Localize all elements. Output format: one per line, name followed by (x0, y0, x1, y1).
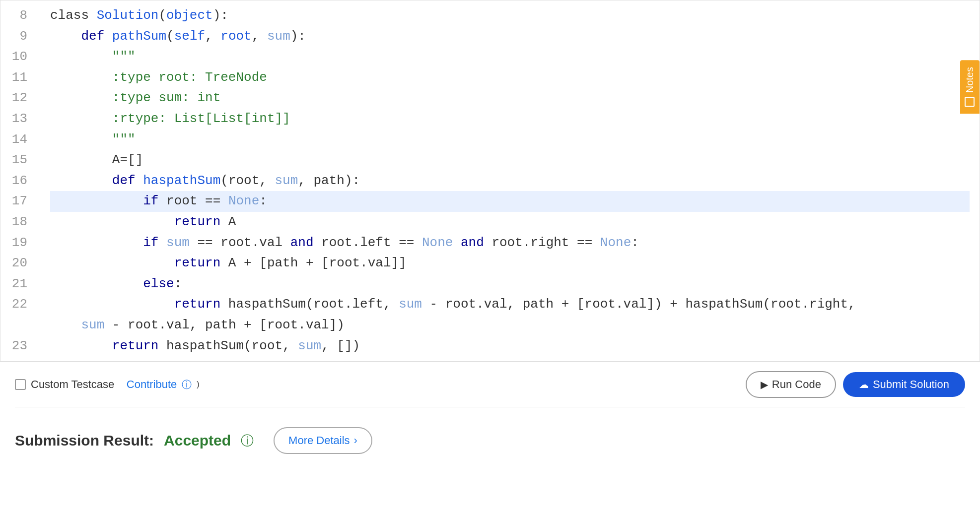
run-code-button[interactable]: ▶ Run Code (746, 371, 836, 398)
code-line: return A + [path + [root.val]] (50, 253, 970, 274)
custom-testcase-checkbox[interactable] (15, 379, 26, 390)
code-line: if root == None: (50, 191, 970, 212)
code-line: return haspathSum(root, sum, []) (50, 336, 970, 357)
code-area: 8910111213141516171819202122 23 class So… (0, 0, 980, 361)
line-number: 12 (10, 88, 27, 109)
line-number: 10 (10, 47, 27, 67)
code-line: A=[] (50, 150, 970, 171)
bottom-bar: Custom Testcase Contribute ⓘ ) ▶ Run Cod… (0, 362, 980, 407)
code-line: def haspathSum(root, sum, path): (50, 171, 970, 192)
line-number (10, 315, 27, 336)
line-number: 16 (10, 171, 27, 192)
line-number: 17 (10, 191, 27, 212)
code-line: sum - root.val, path + [root.val]) (50, 315, 970, 336)
notes-icon (965, 97, 975, 107)
notes-tab[interactable]: Notes (960, 60, 980, 114)
line-number: 19 (10, 233, 27, 254)
code-line: else: (50, 274, 970, 295)
line-number: 22 (10, 294, 27, 315)
paren-open (119, 380, 121, 389)
line-number: 8 (10, 5, 27, 26)
line-number: 14 (10, 129, 27, 150)
code-line: def pathSum(self, root, sum): (50, 26, 970, 47)
notes-label: Notes (964, 67, 976, 93)
custom-testcase-row: Custom Testcase Contribute ⓘ ) (15, 378, 200, 391)
action-buttons: ▶ Run Code ☁ Submit Solution (746, 371, 965, 398)
chevron-right-icon: › (354, 434, 357, 447)
code-line: if sum == root.val and root.left == None… (50, 233, 970, 254)
line-number: 20 (10, 253, 27, 274)
line-numbers: 8910111213141516171819202122 23 (0, 0, 35, 361)
line-number: 13 (10, 109, 27, 129)
submission-result: Submission Result: Accepted ⓘ More Detai… (0, 407, 980, 474)
line-number: 11 (10, 67, 27, 88)
code-lines: class Solution(object): def pathSum(self… (35, 0, 980, 361)
accepted-status: Accepted (164, 432, 231, 449)
more-details-label: More Details (288, 434, 350, 447)
submit-button[interactable]: ☁ Submit Solution (843, 372, 965, 397)
more-details-button[interactable]: More Details › (274, 427, 372, 454)
play-icon: ▶ (761, 379, 768, 390)
paren-close: ) (197, 380, 199, 389)
code-line: class Solution(object): (50, 5, 970, 26)
submission-result-label: Submission Result: (15, 432, 154, 449)
line-number: 21 (10, 274, 27, 295)
contribute-info-icon[interactable]: ⓘ (182, 378, 192, 391)
line-number: 15 (10, 150, 27, 171)
code-line: """ (50, 129, 970, 150)
contribute-link[interactable]: Contribute (127, 378, 177, 391)
code-line: return A (50, 212, 970, 233)
code-line: :type root: TreeNode (50, 67, 970, 88)
code-editor: 8910111213141516171819202122 23 class So… (0, 0, 980, 362)
code-line: :type sum: int (50, 88, 970, 109)
code-line: :rtype: List[List[int]] (50, 109, 970, 129)
code-line: return haspathSum(root.left, sum - root.… (50, 294, 970, 315)
code-line: """ (50, 47, 970, 67)
cloud-icon: ☁ (859, 379, 869, 390)
line-number: 9 (10, 26, 27, 47)
submit-label: Submit Solution (873, 378, 949, 391)
custom-testcase-label: Custom Testcase (31, 378, 114, 391)
line-number: 18 (10, 212, 27, 233)
line-number: 23 (10, 336, 27, 357)
help-icon[interactable]: ⓘ (241, 432, 254, 450)
run-code-label: Run Code (772, 378, 821, 391)
